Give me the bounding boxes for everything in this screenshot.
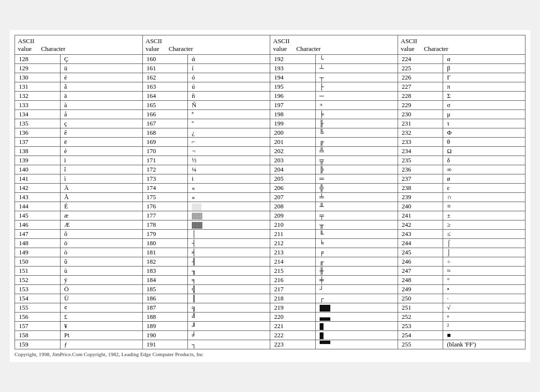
ascii-character xyxy=(188,211,270,220)
ascii-character xyxy=(315,331,398,340)
col4-header: ASCIIvalue Character xyxy=(398,35,525,55)
table-row: 148ö180┤212╘244⌠ xyxy=(15,239,525,248)
ascii-value: 153 xyxy=(15,285,61,294)
ascii-character xyxy=(315,303,398,313)
ascii-character: ∞ xyxy=(443,165,525,174)
ascii-value: 161 xyxy=(142,64,188,73)
ascii-value: 199 xyxy=(270,119,316,128)
table-row: 129ü161í193┴225β xyxy=(15,64,525,73)
ascii-character: ╗ xyxy=(188,303,270,313)
ascii-value: 245 xyxy=(398,248,443,257)
ascii-character: ┌ xyxy=(315,294,398,303)
ascii-value: 183 xyxy=(142,267,188,276)
ascii-character: ° xyxy=(443,276,525,285)
ascii-value: 232 xyxy=(398,128,443,138)
ascii-character: α xyxy=(443,55,525,64)
ascii-character: ┐ xyxy=(188,340,270,349)
ascii-value: 129 xyxy=(15,64,61,73)
table-row: 152ÿ184╕216╪248° xyxy=(15,276,525,285)
ascii-character: ╩ xyxy=(315,147,398,156)
ascii-value: 158 xyxy=(15,331,61,340)
ascii-value: 248 xyxy=(398,276,443,285)
ascii-value: 202 xyxy=(270,147,316,156)
ascii-value: 203 xyxy=(270,156,316,165)
table-row: 128Ç160ά192└224α xyxy=(15,55,525,64)
ascii-value: 141 xyxy=(15,174,61,184)
table-row: 137ë169⌐201╔233θ xyxy=(15,138,525,147)
ascii-character: ⌡ xyxy=(443,248,525,257)
table-row: 156£188╝220252ⁿ xyxy=(15,313,525,322)
ascii-value: 194 xyxy=(270,73,316,82)
ascii-character: é xyxy=(60,73,142,82)
ascii-character: ╨ xyxy=(315,202,398,211)
ascii-character: ╥ xyxy=(315,220,398,230)
ascii-value: 237 xyxy=(398,174,443,184)
ascii-character: ═ xyxy=(315,174,398,184)
ascii-value: 173 xyxy=(142,174,188,184)
table-row: 135ç167º199╟231τ xyxy=(15,119,525,128)
ascii-value: 217 xyxy=(270,285,316,294)
ascii-character: π xyxy=(443,82,525,92)
ascii-character: Φ xyxy=(443,128,525,138)
ascii-character: δ xyxy=(443,156,525,165)
ascii-value: 166 xyxy=(142,110,188,119)
ascii-character: Å xyxy=(60,193,142,202)
ascii-character: β xyxy=(443,64,525,73)
ascii-value: 218 xyxy=(270,294,316,303)
ascii-character: £ xyxy=(60,313,142,322)
ascii-value: 138 xyxy=(15,147,61,156)
ascii-character: ┬ xyxy=(315,73,398,82)
ascii-value: 240 xyxy=(398,202,443,211)
table-row: 153Ö185╣217┘249• xyxy=(15,285,525,294)
ascii-character: ê xyxy=(60,128,142,138)
ascii-value: 189 xyxy=(142,322,188,331)
copyright-text: Copyright, 1998, JimPrice.Com Copyright,… xyxy=(15,351,525,357)
table-row: 136ê168¿200╚232Φ xyxy=(15,128,525,138)
table-row: 154Ü186║218┌250· xyxy=(15,294,525,303)
ascii-value: 197 xyxy=(270,101,316,110)
ascii-character: Ω xyxy=(443,147,525,156)
ascii-character: Æ xyxy=(60,220,142,230)
ascii-value: 249 xyxy=(398,285,443,294)
ascii-value: 220 xyxy=(270,313,316,322)
ascii-value: 242 xyxy=(398,220,443,230)
ascii-character: ¬ xyxy=(188,147,270,156)
ascii-value: 137 xyxy=(15,138,61,147)
ascii-character: ± xyxy=(443,211,525,220)
ascii-character: ½ xyxy=(188,156,270,165)
table-row: 132ä164ñ196─228Σ xyxy=(15,92,525,101)
ascii-value: 136 xyxy=(15,128,61,138)
ascii-value: 238 xyxy=(398,184,443,193)
ascii-character: ╙ xyxy=(315,230,398,239)
ascii-character: √ xyxy=(443,303,525,313)
ascii-value: 131 xyxy=(15,82,61,92)
ascii-value: 156 xyxy=(15,313,61,322)
ascii-value: 200 xyxy=(270,128,316,138)
ascii-character: ╚ xyxy=(315,128,398,138)
ascii-value: 207 xyxy=(270,193,316,202)
ascii-character: ─ xyxy=(315,92,398,101)
ascii-character xyxy=(315,340,398,349)
ascii-value: 176 xyxy=(142,202,188,211)
ascii-character: Pt xyxy=(60,331,142,340)
table-row: 142Ä174«206╬238ε xyxy=(15,184,525,193)
ascii-character: ñ xyxy=(188,92,270,101)
ascii-value: 134 xyxy=(15,110,61,119)
ascii-character: ╕ xyxy=(188,276,270,285)
ascii-value: 162 xyxy=(142,73,188,82)
ascii-value: 177 xyxy=(142,211,188,220)
ascii-character: ≤ xyxy=(443,230,525,239)
ascii-character: ┤ xyxy=(188,239,270,248)
ascii-value: 184 xyxy=(142,276,188,285)
ascii-value: 254 xyxy=(398,331,443,340)
ascii-value: 253 xyxy=(398,322,443,331)
ascii-character: î xyxy=(60,165,142,174)
table-row: 155¢187╗219251√ xyxy=(15,303,525,313)
ascii-value: 143 xyxy=(15,193,61,202)
ascii-value: 208 xyxy=(270,202,316,211)
table-row: 133à165Ñ197+229σ xyxy=(15,101,525,110)
table-row: 131â163ú195├227π xyxy=(15,82,525,92)
ascii-value: 204 xyxy=(270,165,316,174)
col3-header: ASCIIvalue Character xyxy=(270,35,398,55)
ascii-character xyxy=(315,322,398,331)
